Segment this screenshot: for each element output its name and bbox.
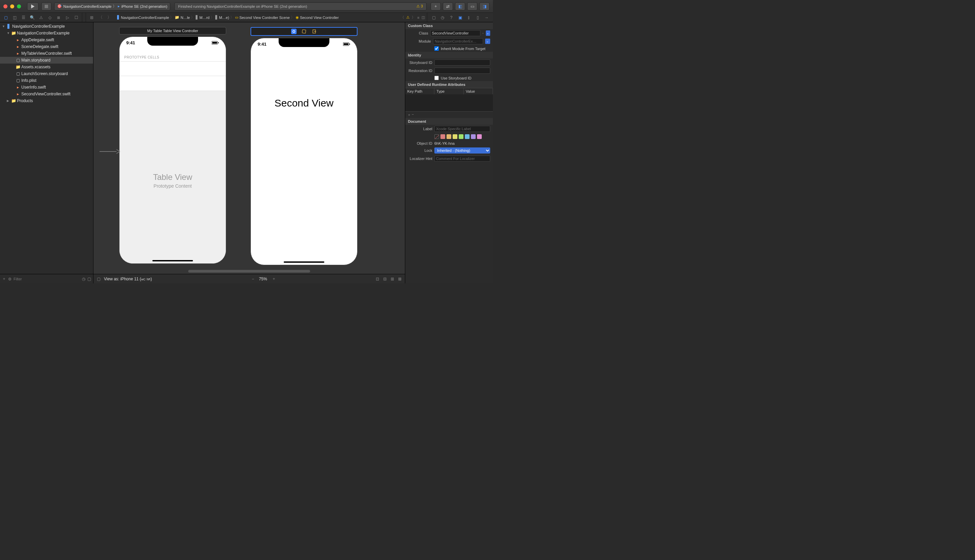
file-item[interactable]: ▢Info.plist [0, 77, 93, 84]
exit-icon[interactable] [311, 29, 317, 34]
second-view-controller-scene[interactable]: 9:41 Second View [251, 27, 358, 265]
file-item-selected[interactable]: ▢Main.storyboard [0, 57, 93, 63]
report-navigator-icon[interactable]: ☐ [72, 15, 80, 20]
issue-navigator-icon[interactable]: ⚠ [37, 15, 45, 20]
second-view-label[interactable]: Second View [251, 97, 357, 109]
table-view-controller-scene[interactable]: My Table Table View Controller 9:41 PROT… [119, 27, 226, 264]
file-item[interactable]: 📁Assets.xcassets [0, 63, 93, 70]
color-swatch[interactable] [440, 134, 445, 139]
history-inspector-icon[interactable]: ◷ [438, 15, 447, 20]
localizer-hint-input[interactable] [434, 155, 490, 162]
next-issue-icon[interactable]: 〉 [411, 15, 415, 20]
filter-input[interactable] [13, 277, 80, 281]
run-button[interactable] [27, 2, 38, 10]
debug-navigator-icon[interactable]: ≣ [54, 15, 63, 20]
zoom-out-button[interactable]: − [252, 277, 254, 282]
color-swatch[interactable] [471, 134, 476, 139]
class-input[interactable] [430, 30, 480, 36]
jump-bar[interactable]: ▋NavigationControllerExample〉 📁N…le〉 ▋M…… [115, 15, 427, 20]
view-as-label[interactable]: View as: iPhone 11 (wC hR) [104, 277, 152, 282]
adjust-editor-icon[interactable]: ≡ [417, 15, 420, 20]
file-item[interactable]: ▢LaunchScreen.storyboard [0, 70, 93, 77]
library-button[interactable]: ＋ [431, 2, 441, 10]
lock-select[interactable]: Inherited - (Nothing) [434, 147, 490, 153]
connections-inspector-icon[interactable]: → [482, 15, 491, 20]
add-attr-button[interactable]: ＋ [407, 112, 411, 117]
close-window-button[interactable] [3, 4, 7, 8]
attributes-inspector-icon[interactable]: ⫿ [465, 15, 473, 20]
color-swatch[interactable] [477, 134, 482, 139]
col-type[interactable]: Type [434, 88, 463, 94]
file-item[interactable]: ▸MyTableViewController.swift [0, 50, 93, 57]
scene-title-bar-selected[interactable] [251, 27, 358, 36]
prototype-cell[interactable] [119, 61, 226, 76]
size-inspector-icon[interactable]: ▯ [473, 15, 482, 20]
toggle-navigator-button[interactable]: ◧ [455, 2, 465, 10]
project-root[interactable]: ▼▋NavigationControllerExample [0, 23, 93, 30]
horizontal-scrollbar[interactable] [188, 270, 310, 273]
first-responder-icon[interactable] [301, 29, 307, 34]
storyboard-canvas[interactable]: My Table Table View Controller 9:41 PROT… [94, 22, 405, 274]
forward-button[interactable]: 〉 [105, 15, 114, 20]
prev-issue-icon[interactable]: 〈 [400, 15, 404, 20]
col-value[interactable]: Value [464, 88, 493, 94]
back-button[interactable]: 〈 [96, 15, 105, 20]
restoration-id-input[interactable] [434, 68, 490, 74]
help-inspector-icon[interactable]: ? [447, 15, 456, 20]
group-folder[interactable]: ▼📁NavigationControllerExample [0, 30, 93, 37]
class-jump-icon[interactable]: ◦ [482, 31, 484, 35]
pin-tool-icon[interactable]: ⊟ [383, 277, 386, 282]
inherit-module-checkbox[interactable] [434, 46, 439, 51]
toggle-debug-button[interactable]: ▭ [467, 2, 477, 10]
warning-badge[interactable]: ⚠ 3 [416, 4, 423, 8]
view-controller-icon[interactable] [291, 29, 296, 34]
use-storyboard-id-checkbox[interactable] [434, 76, 439, 80]
align-tool-icon[interactable]: ⊡ [376, 277, 379, 282]
stop-button[interactable] [41, 2, 52, 10]
entry-point-arrow[interactable] [100, 147, 120, 155]
file-tree[interactable]: ▼▋NavigationControllerExample ▼📁Navigati… [0, 22, 93, 274]
test-navigator-icon[interactable]: ◇ [45, 15, 54, 20]
add-editor-icon[interactable]: ◫ [421, 15, 425, 20]
color-swatch[interactable] [465, 134, 470, 139]
zoom-in-button[interactable]: ＋ [272, 276, 276, 282]
module-dropdown[interactable]: ⌄ [485, 38, 490, 44]
file-item[interactable]: ▸SceneDelegate.swift [0, 43, 93, 50]
related-items-icon[interactable]: ⊞ [87, 15, 96, 20]
embed-tool-icon[interactable]: ⊠ [398, 277, 401, 282]
file-item[interactable]: ▸AppDelegate.swift [0, 37, 93, 43]
project-navigator-icon[interactable]: ▢ [2, 15, 10, 20]
color-swatch[interactable] [459, 134, 463, 139]
resolve-issues-icon[interactable]: ⊞ [391, 277, 394, 282]
minimize-window-button[interactable] [10, 4, 14, 8]
storyboard-id-input[interactable] [434, 60, 490, 66]
module-input[interactable] [433, 38, 483, 44]
scheme-selector[interactable]: 🎯 NavigationControllerExample 〉 ▸ iPhone… [54, 2, 170, 10]
class-dropdown[interactable]: ⌄ [486, 30, 490, 36]
scene-title-bar[interactable]: My Table Table View Controller [119, 27, 226, 35]
color-swatch[interactable] [447, 134, 451, 139]
document-outline-toggle[interactable]: ▢ [97, 277, 100, 282]
scm-filter-icon[interactable]: ▢ [87, 277, 91, 282]
file-item[interactable]: ▸UserInfo.swift [0, 84, 93, 91]
doc-label-input[interactable] [434, 126, 490, 132]
find-navigator-icon[interactable]: 🔍 [28, 15, 37, 20]
col-keypath[interactable]: Key Path [405, 88, 434, 94]
runtime-attributes-table[interactable]: Key Path Type Value [405, 88, 493, 112]
source-control-navigator-icon[interactable]: ◫ [10, 15, 19, 20]
color-none[interactable] [434, 134, 439, 139]
file-item[interactable]: ▸SecondViewController.swift [0, 91, 93, 97]
symbol-navigator-icon[interactable]: ☰ [19, 15, 28, 20]
add-button[interactable]: ＋ [2, 276, 6, 282]
file-inspector-icon[interactable]: ▢ [429, 15, 438, 20]
code-review-button[interactable]: ⇄ [443, 2, 453, 10]
zoom-level[interactable]: 75% [259, 277, 267, 282]
prototype-cell[interactable] [119, 76, 226, 91]
remove-attr-button[interactable]: − [411, 112, 414, 117]
color-swatch[interactable] [453, 134, 457, 139]
products-folder[interactable]: ▶📁Products [0, 97, 93, 104]
identity-inspector-icon[interactable]: ▣ [456, 15, 465, 20]
breakpoint-navigator-icon[interactable]: ▷ [63, 15, 72, 20]
recent-filter-icon[interactable]: ◷ [82, 277, 85, 282]
zoom-window-button[interactable] [17, 4, 21, 8]
